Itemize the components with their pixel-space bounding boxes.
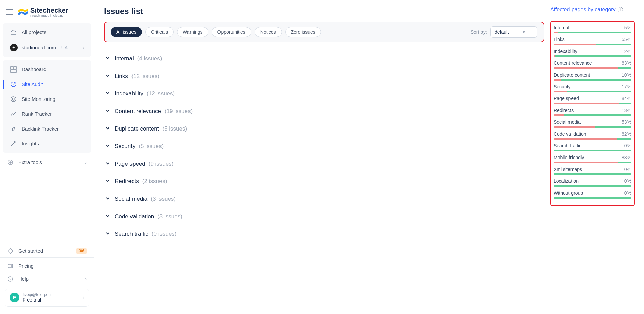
category-stat-row: Links 55%: [554, 37, 631, 45]
category-stat-row: Internal 5%: [554, 25, 631, 33]
info-icon[interactable]: i: [618, 7, 623, 12]
issue-category-row[interactable]: Page speed (9 issues): [104, 155, 544, 173]
page-title: Issues list: [104, 7, 544, 16]
svg-rect-8: [11, 266, 13, 267]
menu-icon[interactable]: [5, 8, 13, 16]
issue-count: (5 issues): [139, 143, 164, 150]
filter-chip-notices[interactable]: Notices: [255, 27, 282, 37]
category-bar: [554, 126, 631, 128]
chevron-down-icon: [105, 196, 111, 202]
sidebar-item-extra-tools[interactable]: Extra tools ›: [0, 156, 94, 169]
logo-mark-icon: [18, 8, 28, 17]
category-stat-row: Social media 53%: [554, 119, 631, 128]
issue-category-row[interactable]: Content relevance (19 issues): [104, 103, 544, 120]
category-percent: 10%: [622, 72, 631, 78]
issue-category-name: Links: [115, 73, 128, 80]
main-content: Issues list All issues Criticals Warning…: [94, 0, 644, 314]
link-icon: [10, 125, 17, 132]
category-name: Internal: [554, 25, 569, 30]
sidebar-item-pricing[interactable]: Pricing: [0, 260, 94, 273]
category-name: Links: [554, 37, 565, 42]
sidebar-item-dashboard[interactable]: Dashboard: [5, 62, 89, 77]
filter-chip-zero[interactable]: Zero issues: [285, 27, 321, 37]
filter-chip-warnings[interactable]: Warnings: [177, 27, 208, 37]
category-percent: 5%: [624, 25, 631, 30]
category-percent: 13%: [622, 108, 631, 113]
category-name: Search traffic: [554, 143, 581, 148]
issue-count: (9 issues): [149, 161, 174, 167]
issue-category-name: Code validation: [115, 213, 154, 220]
project-domain: studioneat.com: [22, 45, 56, 50]
issue-category-row[interactable]: Search traffic (0 issues): [104, 225, 544, 243]
filter-chip-criticals[interactable]: Criticals: [145, 27, 174, 37]
category-stat-row: Localization 0%: [554, 178, 631, 187]
sidebar-item-backlink-tracker[interactable]: Backlink Tracker: [5, 121, 89, 136]
sidebar-item-insights[interactable]: Insights: [5, 136, 89, 151]
filter-chip-opportunities[interactable]: Opportunities: [212, 27, 251, 37]
chevron-right-icon: ›: [85, 159, 87, 165]
issue-count: (3 issues): [151, 196, 176, 202]
category-bar: [554, 79, 631, 81]
sort-select[interactable]: default ▾: [490, 26, 537, 38]
chevron-down-icon: [105, 213, 111, 220]
categories-panel: Internal 5% Links 55% Indexability 2% Co…: [550, 21, 635, 206]
issue-category-row[interactable]: Security (5 issues): [104, 138, 544, 155]
category-bar: [554, 138, 631, 140]
category-stat-row: Without group 0%: [554, 190, 631, 199]
sidebar-item-help[interactable]: ? Help ›: [0, 273, 94, 285]
category-percent: 84%: [622, 96, 631, 101]
category-bar: [554, 173, 631, 175]
affected-pages-title: Affected pages by category: [550, 7, 616, 13]
category-stat-row: Content relevance 83%: [554, 60, 631, 69]
sidebar-item-label: Extra tools: [18, 159, 42, 165]
category-percent: 83%: [622, 155, 631, 160]
category-percent: 0%: [624, 178, 631, 184]
chevron-right-icon: ›: [82, 45, 84, 50]
chevron-right-icon: ›: [85, 276, 87, 282]
chevron-down-icon: [105, 73, 111, 79]
svg-point-5: [12, 98, 14, 100]
issue-count: (3 issues): [157, 213, 182, 220]
target-icon: [10, 96, 17, 103]
category-name: Content relevance: [554, 60, 592, 66]
help-icon: ?: [7, 276, 13, 282]
issue-category-row[interactable]: Code validation (3 issues): [104, 208, 544, 225]
category-name: Xml sitemaps: [554, 167, 582, 172]
filter-chip-all[interactable]: All issues: [111, 27, 142, 37]
chevron-right-icon: ›: [83, 294, 84, 301]
chevron-down-icon: [105, 126, 111, 132]
sidebar-item-get-started[interactable]: Get started 3/6: [0, 245, 94, 257]
issue-category-name: Page speed: [115, 161, 145, 167]
category-bar: [554, 67, 631, 69]
sidebar-item-site-audit[interactable]: Site Audit: [5, 77, 89, 92]
sidebar-item-rank-tracker[interactable]: Rank Tracker: [5, 107, 89, 121]
sidebar-item-label: Help: [18, 276, 29, 282]
logo[interactable]: Sitechecker Proudly made in Ukraine: [18, 7, 68, 18]
category-percent: 53%: [622, 119, 631, 125]
user-plan: Free trial: [23, 297, 51, 303]
home-icon: [10, 29, 17, 36]
sidebar-project-selector[interactable]: ✦ studioneat.com UA ›: [5, 40, 89, 55]
chevron-down-icon: [105, 91, 111, 97]
issue-category-row[interactable]: Internal (4 issues): [104, 50, 544, 67]
sidebar-item-label: Insights: [22, 141, 39, 146]
issue-category-row[interactable]: Links (12 issues): [104, 67, 544, 85]
issue-category-row[interactable]: Duplicate content (5 issues): [104, 120, 544, 138]
sidebar-item-label: All projects: [22, 29, 46, 35]
category-bar: [554, 185, 631, 187]
category-name: Duplicate content: [554, 72, 590, 78]
project-favicon-icon: ✦: [10, 44, 18, 51]
category-bar: [554, 114, 631, 116]
sidebar-item-all-projects[interactable]: All projects: [5, 25, 89, 40]
issue-category-name: Redirects: [115, 178, 139, 185]
issue-category-row[interactable]: Indexability (12 issues): [104, 85, 544, 103]
sidebar-item-site-monitoring[interactable]: Site Monitoring: [5, 92, 89, 107]
sidebar-item-label: Site Audit: [22, 81, 43, 87]
issue-category-row[interactable]: Redirects (2 issues): [104, 173, 544, 190]
user-account-card[interactable]: F fiveqi@teleg.eu Free trial ›: [5, 289, 89, 307]
issue-category-row[interactable]: Social media (3 issues): [104, 190, 544, 208]
user-email: fiveqi@teleg.eu: [23, 292, 51, 297]
sidebar-item-label: Backlink Tracker: [22, 126, 59, 132]
category-percent: 0%: [624, 143, 631, 148]
issue-count: (12 issues): [147, 90, 175, 97]
